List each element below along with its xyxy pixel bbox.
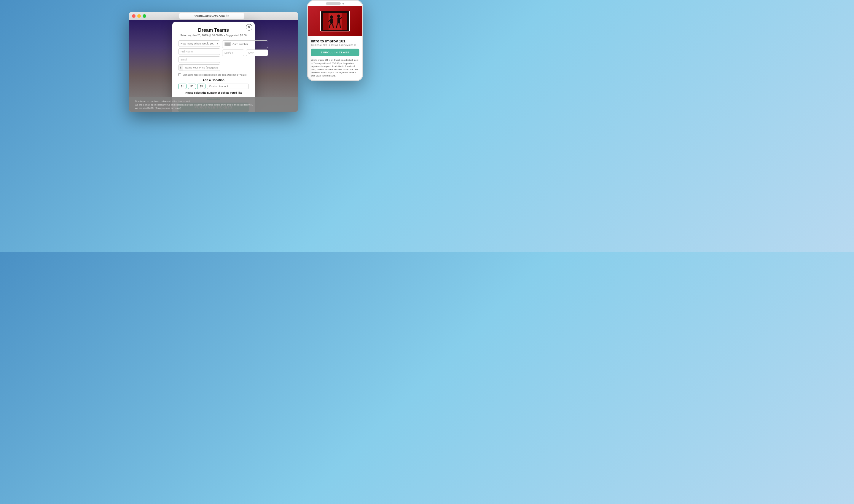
card-number-wrapper [222,40,268,48]
svg-point-8 [337,15,340,18]
phone-content: Intro to Improv 101 THURSDAY, FEB 16, 20… [308,36,362,80]
phone-event-date: THURSDAY, FEB 16, 2023 @ 7:00 PM • $175.… [311,44,359,46]
url-text: fourthwalltickets.com [195,14,225,18]
email-signup-label: Sign up to receive occasional emails fro… [183,73,247,76]
refresh-icon[interactable]: ↻ [226,14,229,18]
card-expiry-cvv-row [222,50,268,56]
modal-form-grid: How many tickets would you like? 1 2 3 ▼ [178,40,249,71]
phone-mockup: Intro to Improv 101 THURSDAY, FEB 16, 20… [307,0,363,81]
donation-title: Add a Donation [178,78,249,82]
phone-camera [342,3,344,4]
minimize-button[interactable] [137,14,141,18]
svg-line-11 [340,23,340,28]
form-right-col [222,40,268,71]
browser-body: ✕ Dream Teams Saturday, Jan 28, 2023 @ 1… [129,20,298,112]
modal-close-button[interactable]: ✕ [246,24,252,31]
price-input[interactable] [183,65,220,71]
donation-buttons: $1 $3 $5 [178,84,249,89]
custom-amount-input[interactable] [207,84,249,89]
email-input[interactable] [178,56,220,63]
bg-line-3: We are also BYOB! (Bring your own bevera… [135,106,292,110]
svg-rect-9 [337,18,340,23]
phone-notch [326,2,341,5]
phone-header-image [308,6,362,36]
phone-notch-bar [308,1,362,6]
modal-title: Dream Teams [178,28,249,33]
background-info: Tickets can be purchased online and at t… [129,97,298,112]
browser-window: fourthwalltickets.com ↻ ✕ Dream Teams Sa… [129,12,298,112]
window-buttons [132,14,146,18]
phone-enroll-button[interactable]: ENROLL IN CLASS [311,49,359,56]
form-left-col: How many tickets would you like? 1 2 3 ▼ [178,40,220,71]
price-symbol: $ [178,65,183,71]
main-area: fourthwalltickets.com ↻ ✕ Dream Teams Sa… [129,6,298,118]
svg-rect-2 [342,13,347,30]
modal-subtitle: Saturday, Jan 28, 2023 @ 10:00 PM • Sugg… [178,34,249,37]
phone-event-title: Intro to Improv 101 [311,39,359,43]
phone-description: Intro to Improv 101 is an 8 week class t… [311,59,359,77]
close-icon: ✕ [248,25,251,29]
bg-line-1: Tickets can be purchased online and at t… [135,100,292,103]
svg-point-3 [330,15,333,18]
ticket-quantity-select[interactable]: How many tickets would you like? 1 2 3 [178,40,220,47]
svg-rect-4 [330,18,333,24]
full-name-input[interactable] [178,48,220,55]
svg-rect-1 [323,13,328,30]
card-icon [225,42,231,46]
donation-btn-3[interactable]: $3 [188,84,196,89]
cvv-input[interactable] [246,50,268,56]
address-bar[interactable]: fourthwalltickets.com ↻ [179,13,244,19]
card-icon-inner [225,43,230,46]
price-input-wrapper: $ [178,64,220,71]
page-background: fourthwalltickets.com ↻ ✕ Dream Teams Sa… [0,0,427,252]
card-number-input[interactable] [232,43,266,46]
titlebar: fourthwalltickets.com ↻ [129,12,298,20]
ticket-select-wrapper: How many tickets would you like? 1 2 3 ▼ [178,40,220,47]
email-signup-row: Sign up to receive occasional emails fro… [178,73,249,76]
bg-line-2: We are a small, open seating venue and e… [135,103,292,106]
donation-section: Add a Donation $1 $3 $5 [178,78,249,89]
donation-btn-1[interactable]: $1 [178,84,186,89]
email-signup-checkbox[interactable] [178,73,181,76]
maximize-button[interactable] [143,14,146,18]
close-button[interactable] [132,14,136,18]
svg-line-6 [333,24,333,28]
performers-silhouette [323,13,347,30]
expiry-input[interactable] [222,50,244,56]
phone-stage-image [320,11,350,32]
donation-btn-5[interactable]: $5 [197,84,206,89]
notice-main-text: Please select the number of tickets you'… [178,91,249,94]
